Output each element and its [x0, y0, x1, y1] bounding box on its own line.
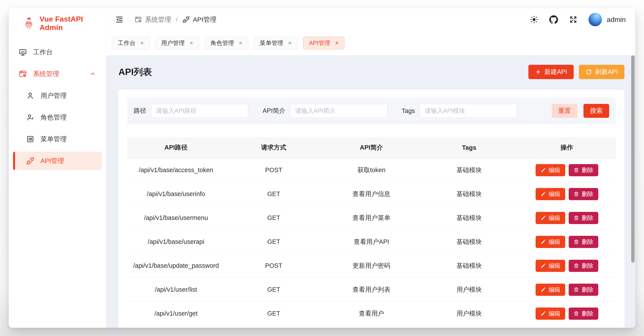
tab-roles[interactable]: 角色管理 × — [205, 37, 248, 49]
row-actions: 编辑 删除 — [518, 260, 616, 272]
row-actions: 编辑 删除 — [518, 284, 616, 296]
search-button[interactable]: 搜索 — [584, 104, 609, 118]
edit-button[interactable]: 编辑 — [536, 212, 565, 224]
api-path-cell: /api/v1/user/get — [127, 310, 225, 317]
table-row: /api/v1/base/usermenu GET 查看用户菜单 基础模块 编辑… — [127, 206, 616, 230]
api-path-cell: /api/v1/base/update_password — [127, 262, 225, 269]
table-row: /api/v1/base/userinfo GET 查看用户信息 基础模块 编辑… — [127, 182, 616, 206]
chick-logo-icon — [22, 16, 35, 30]
sidebar-item-label: API管理 — [40, 157, 64, 166]
delete-button[interactable]: 删除 — [569, 236, 598, 248]
summary-cell: 查看用户API — [323, 238, 420, 246]
edit-button[interactable]: 编辑 — [536, 188, 565, 200]
delete-button[interactable]: 删除 — [569, 308, 598, 320]
sidebar-submenu-system: 用户管理 角色管理 菜单管理 API管理 — [9, 87, 106, 170]
summary-filter-input[interactable] — [290, 104, 387, 118]
sidebar-item-api[interactable]: API管理 — [13, 152, 102, 170]
user-icon — [26, 92, 34, 100]
summary-cell: 查看用户菜单 — [323, 214, 420, 222]
row-actions: 编辑 删除 — [518, 236, 616, 248]
page-title: API列表 — [118, 66, 152, 78]
close-icon[interactable]: × — [190, 40, 193, 46]
tab-api[interactable]: API管理 × — [303, 37, 344, 49]
close-icon[interactable]: × — [335, 40, 338, 46]
breadcrumb-parent[interactable]: 系统管理 — [134, 15, 171, 24]
col-path: API路径 — [127, 143, 225, 152]
close-icon[interactable]: × — [140, 40, 144, 46]
create-api-button[interactable]: 新建API — [528, 65, 574, 79]
pencil-icon — [540, 215, 546, 221]
edit-button[interactable]: 编辑 — [536, 284, 565, 296]
method-cell: POST — [225, 262, 323, 269]
trash-icon — [574, 191, 579, 197]
sidebar-item-label: 用户管理 — [40, 91, 66, 100]
delete-button[interactable]: 删除 — [569, 188, 598, 200]
delete-button[interactable]: 删除 — [569, 164, 598, 176]
edit-button[interactable]: 编辑 — [536, 236, 565, 248]
api-table: API路径 请求方式 API简介 Tags 操作 /api/v1/base/ac… — [127, 137, 616, 326]
refresh-api-button[interactable]: 刷新API — [579, 65, 624, 79]
delete-button[interactable]: 删除 — [569, 284, 598, 296]
theme-sun-icon[interactable] — [530, 15, 538, 24]
edit-button[interactable]: 编辑 — [536, 260, 565, 272]
tags-cell: 基础模块 — [420, 166, 518, 174]
summary-filter-label: API简介 — [262, 107, 286, 115]
main-area: 系统管理 / API管理 admin 工作台 — [106, 8, 635, 328]
tags-cell: 基础模块 — [420, 190, 518, 198]
tab-menus[interactable]: 菜单管理 × — [254, 37, 298, 49]
user-menu[interactable]: admin — [588, 13, 626, 26]
summary-cell: 获取token — [323, 166, 420, 174]
path-filter-input[interactable] — [151, 104, 248, 118]
delete-button[interactable]: 删除 — [569, 212, 598, 224]
trash-icon — [574, 167, 579, 173]
tags-cell: 基础模块 — [420, 261, 518, 270]
workbench-icon — [19, 48, 27, 56]
trash-icon — [574, 263, 579, 269]
row-actions: 编辑 删除 — [518, 212, 616, 224]
sidebar-collapse-icon[interactable] — [115, 15, 124, 24]
tab-workbench[interactable]: 工作台 × — [112, 37, 150, 49]
method-cell: POST — [225, 167, 323, 174]
open-tabs-bar: 工作台 × 用户管理 × 角色管理 × 菜单管理 × API管理 × — [106, 31, 635, 55]
reset-button[interactable]: 重置 — [552, 104, 578, 118]
sidebar-item-roles[interactable]: 角色管理 — [13, 108, 102, 127]
pencil-icon — [540, 191, 546, 197]
sidebar-item-system[interactable]: 系统管理 — [13, 65, 102, 83]
api-path-cell: /api/v1/user/list — [127, 286, 225, 293]
sidebar-item-workbench[interactable]: 工作台 — [13, 43, 102, 61]
edit-button[interactable]: 编辑 — [536, 308, 565, 320]
col-tags: Tags — [420, 144, 518, 151]
api-list-card: 路径 API简介 Tags 重置 搜索 API路径 请求方式 API简介 — [118, 90, 624, 328]
tags-filter-input[interactable] — [420, 104, 517, 118]
sidebar-item-users[interactable]: 用户管理 — [13, 87, 102, 105]
tags-cell: 基础模块 — [420, 238, 518, 246]
api-path-cell: /api/v1/base/userapi — [127, 238, 225, 245]
path-filter-label: 路径 — [134, 107, 146, 115]
method-cell: GET — [225, 238, 323, 245]
col-method: 请求方式 — [225, 143, 323, 152]
brand-title: Vue FastAPI Admin — [40, 15, 102, 32]
breadcrumb-separator: / — [176, 16, 178, 23]
chevron-up-icon — [90, 71, 96, 77]
vertical-scrollbar[interactable] — [631, 55, 635, 263]
edit-button[interactable]: 编辑 — [536, 164, 565, 176]
delete-button[interactable]: 删除 — [569, 260, 598, 272]
refresh-icon — [586, 69, 592, 75]
trash-icon — [574, 287, 579, 293]
fullscreen-icon[interactable] — [569, 15, 578, 24]
sidebar-item-menus[interactable]: 菜单管理 — [13, 130, 102, 148]
sidebar: Vue FastAPI Admin 工作台 系统管理 用户管理 角色管理 — [9, 8, 106, 328]
pencil-icon — [540, 167, 546, 173]
close-icon[interactable]: × — [288, 40, 292, 46]
breadcrumb-current[interactable]: API管理 — [182, 15, 216, 24]
col-actions: 操作 — [518, 143, 616, 152]
sidebar-menu: 工作台 系统管理 用户管理 角色管理 菜单管理 — [9, 37, 106, 175]
tags-cell: 基础模块 — [420, 214, 518, 222]
pencil-icon — [540, 239, 546, 245]
brand[interactable]: Vue FastAPI Admin — [9, 8, 106, 37]
tab-users[interactable]: 用户管理 × — [155, 37, 199, 49]
github-icon[interactable] — [549, 15, 558, 24]
sidebar-item-label: 角色管理 — [40, 113, 66, 122]
table-header-row: API路径 请求方式 API简介 Tags 操作 — [127, 137, 616, 158]
close-icon[interactable]: × — [239, 40, 242, 46]
